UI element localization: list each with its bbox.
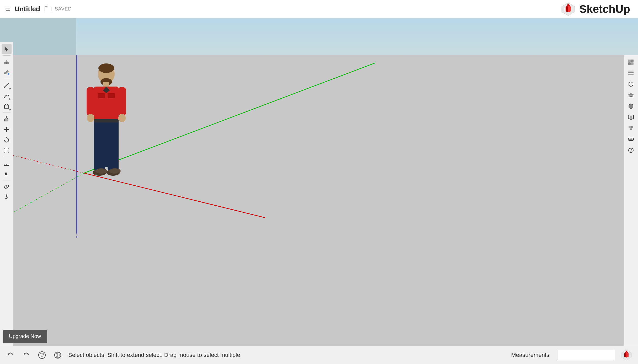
svg-point-22 bbox=[118, 114, 126, 122]
svg-rect-87 bbox=[629, 126, 631, 128]
svg-rect-72 bbox=[628, 60, 631, 62]
human-figure bbox=[84, 63, 129, 184]
svg-point-94 bbox=[631, 151, 631, 152]
shape-tool[interactable]: ▶ bbox=[2, 101, 12, 111]
geo-location-button[interactable] bbox=[52, 350, 63, 360]
svg-point-91 bbox=[631, 138, 632, 140]
svg-rect-74 bbox=[628, 62, 631, 65]
sketchup-logo-bottom bbox=[620, 349, 633, 361]
components-panel[interactable] bbox=[626, 79, 636, 89]
bottom-bar: Select objects. Shift to extend select. … bbox=[0, 346, 638, 364]
svg-point-36 bbox=[4, 87, 5, 88]
svg-rect-52 bbox=[5, 149, 8, 152]
svg-rect-73 bbox=[631, 60, 634, 62]
svg-rect-18 bbox=[108, 93, 115, 98]
svg-rect-55 bbox=[4, 152, 5, 153]
svg-text:A: A bbox=[4, 172, 8, 176]
vr-tool[interactable] bbox=[626, 134, 636, 144]
svg-marker-50 bbox=[8, 129, 9, 130]
document-title: Untitled bbox=[15, 5, 40, 13]
logo-text: SketchUp bbox=[579, 3, 630, 15]
svg-line-8 bbox=[13, 152, 84, 173]
select-tool[interactable] bbox=[2, 44, 12, 54]
right-toolbar bbox=[624, 55, 638, 346]
help-button[interactable] bbox=[37, 350, 47, 360]
svg-point-90 bbox=[629, 138, 631, 140]
svg-rect-54 bbox=[8, 148, 9, 149]
3d-warehouse[interactable] bbox=[626, 90, 636, 100]
svg-line-35 bbox=[4, 83, 9, 87]
viewport[interactable] bbox=[13, 55, 638, 346]
status-text: Select objects. Shift to extend select. … bbox=[68, 352, 506, 358]
redo-button[interactable] bbox=[21, 350, 31, 360]
svg-marker-48 bbox=[6, 131, 7, 132]
svg-marker-82 bbox=[628, 93, 634, 95]
left-toolbar: ▶ ▶ ▶ bbox=[0, 42, 13, 346]
solid-tools[interactable] bbox=[626, 101, 636, 111]
folder-icon[interactable] bbox=[44, 5, 52, 13]
orbit-tool[interactable] bbox=[2, 182, 12, 192]
rotate-tool[interactable] bbox=[2, 135, 12, 145]
push-pull-tool[interactable] bbox=[2, 114, 12, 124]
svg-rect-24 bbox=[94, 136, 105, 170]
svg-point-37 bbox=[4, 97, 5, 98]
svg-point-20 bbox=[87, 114, 94, 122]
svg-marker-47 bbox=[6, 127, 7, 128]
layers-panel[interactable] bbox=[626, 68, 636, 78]
header: ☰ Untitled SAVED S SketchUp bbox=[0, 0, 638, 18]
measurements-input[interactable] bbox=[557, 350, 615, 360]
text-tool[interactable]: A bbox=[2, 169, 12, 179]
styles-panel[interactable] bbox=[626, 57, 636, 67]
scenes-panel[interactable] bbox=[626, 112, 636, 122]
undo-button[interactable] bbox=[5, 350, 16, 360]
svg-marker-32 bbox=[6, 60, 8, 62]
sketchup-logo: S SketchUp bbox=[560, 1, 630, 17]
svg-rect-53 bbox=[4, 148, 5, 149]
svg-rect-14 bbox=[103, 82, 109, 87]
svg-marker-44 bbox=[6, 116, 7, 117]
svg-marker-105 bbox=[624, 352, 626, 357]
scale-tool[interactable] bbox=[2, 146, 12, 156]
eraser-tool[interactable] bbox=[2, 57, 12, 67]
svg-point-66 bbox=[6, 186, 7, 188]
svg-rect-25 bbox=[108, 136, 119, 170]
move-tool[interactable] bbox=[2, 125, 12, 135]
svg-marker-49 bbox=[4, 129, 5, 130]
svg-point-27 bbox=[95, 168, 107, 174]
svg-point-29 bbox=[109, 168, 121, 174]
svg-rect-17 bbox=[98, 93, 105, 98]
svg-rect-30 bbox=[94, 119, 119, 122]
svg-rect-76 bbox=[628, 72, 634, 73]
svg-line-70 bbox=[6, 198, 7, 199]
svg-rect-78 bbox=[628, 71, 634, 72]
paint-bucket-tool[interactable] bbox=[2, 67, 12, 77]
hamburger-menu[interactable]: ☰ bbox=[5, 6, 10, 13]
svg-marker-3 bbox=[568, 6, 571, 12]
svg-rect-83 bbox=[630, 96, 632, 97]
svg-point-34 bbox=[8, 73, 9, 75]
svg-line-71 bbox=[7, 197, 8, 197]
svg-marker-2 bbox=[566, 6, 568, 12]
svg-rect-21 bbox=[118, 87, 126, 116]
tape-measure-tool[interactable] bbox=[2, 158, 12, 168]
svg-marker-51 bbox=[6, 137, 8, 138]
svg-rect-75 bbox=[631, 62, 634, 65]
walk-tool[interactable] bbox=[2, 192, 12, 202]
svg-line-9 bbox=[13, 173, 84, 212]
svg-rect-88 bbox=[631, 126, 633, 128]
svg-rect-41 bbox=[4, 119, 8, 121]
svg-rect-19 bbox=[87, 87, 94, 116]
arc-tool[interactable]: ▶ bbox=[2, 91, 12, 101]
svg-rect-38 bbox=[4, 105, 9, 108]
svg-rect-77 bbox=[628, 74, 634, 75]
svg-point-98 bbox=[41, 356, 42, 357]
additional-panel[interactable] bbox=[626, 145, 636, 155]
extension-manager[interactable] bbox=[626, 123, 636, 133]
svg-rect-56 bbox=[8, 152, 9, 153]
svg-point-67 bbox=[6, 195, 7, 196]
svg-marker-106 bbox=[626, 352, 629, 357]
saved-badge: SAVED bbox=[55, 6, 72, 12]
line-tool[interactable]: ▶ bbox=[2, 80, 12, 90]
measurements-label: Measurements bbox=[511, 352, 549, 358]
upgrade-now-button[interactable]: Upgrade Now bbox=[3, 330, 47, 343]
